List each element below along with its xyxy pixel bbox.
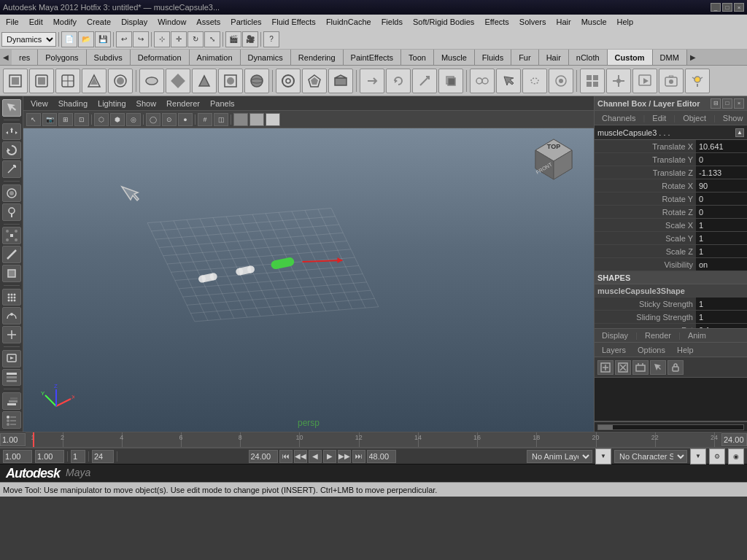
cb-btm-tab-display[interactable]: Display (597, 330, 632, 341)
cb-btm-tab-render[interactable]: Render (640, 330, 676, 341)
bb-step-back-button[interactable]: ◀◀ (294, 450, 307, 463)
menu-create[interactable]: Create (82, 16, 115, 28)
shelf-icon-4[interactable] (82, 69, 107, 93)
menu-file[interactable]: File (1, 16, 23, 28)
bb-anim-layer-select[interactable]: No Anim Layer (527, 450, 592, 463)
shelf-icon-3[interactable] (55, 69, 80, 93)
menu-effects[interactable]: Effects (480, 16, 513, 28)
bb-range-end-field[interactable] (92, 450, 114, 463)
menu-modify[interactable]: Modify (49, 16, 81, 28)
shelf-icon-rotate[interactable] (386, 69, 411, 93)
vp-hud-button[interactable]: ◫ (214, 113, 228, 126)
snap-curve-button[interactable] (2, 307, 21, 324)
outliner-button[interactable] (2, 411, 21, 429)
move-tool-button[interactable] (2, 123, 21, 141)
vp-menu-show[interactable]: Show (132, 98, 161, 109)
bb-play-forward-button[interactable]: ▶ (323, 450, 336, 463)
channel-box-button[interactable] (2, 369, 21, 386)
module-tab-toon[interactable]: Toon (401, 50, 434, 65)
vp-grid-button[interactable]: # (198, 113, 212, 126)
shelf-icon-select[interactable] (496, 69, 521, 93)
vp-lighting-off-button[interactable]: ◯ (146, 113, 160, 126)
layer-editor-button[interactable] (2, 392, 21, 410)
shelf-icon-render[interactable] (632, 69, 657, 93)
shelf-icon-9[interactable] (218, 69, 243, 93)
shelf-icon-paint[interactable] (549, 69, 573, 93)
bb-step-forward-button[interactable]: ▶▶ (338, 450, 351, 463)
bb-char-set-btn[interactable]: ▼ (690, 448, 706, 464)
shelf-icon-arrow[interactable] (360, 69, 384, 93)
timeline-start-field[interactable] (0, 433, 26, 446)
menu-help[interactable]: Help (613, 16, 638, 28)
shelf-icon-1[interactable] (3, 69, 28, 93)
rotate-button[interactable]: ↻ (187, 31, 204, 47)
cb-tab-object[interactable]: Object (678, 112, 711, 124)
vp-menu-panels[interactable]: Panels (206, 98, 239, 109)
menu-particles[interactable]: Particles (226, 16, 266, 28)
shelf-icon-2[interactable] (29, 69, 54, 93)
layer-assign-button[interactable] (632, 360, 649, 375)
shelf-icon-merge[interactable] (470, 69, 495, 93)
module-tab-hair[interactable]: Hair (539, 50, 569, 65)
layer-select-button[interactable] (650, 360, 666, 375)
help-button[interactable]: ? (263, 31, 279, 47)
layer-menu-help[interactable]: Help (673, 344, 698, 356)
vp-menu-renderer[interactable]: Renderer (162, 98, 204, 109)
cb-float-button[interactable]: □ (722, 98, 732, 109)
viewport-cube[interactable]: TOP FRONT (528, 136, 579, 187)
menu-solvers[interactable]: Solvers (515, 16, 551, 28)
layer-editor-scrollbar[interactable] (595, 421, 747, 432)
render-current-button[interactable]: 🎬 (225, 31, 241, 47)
module-tab-polygons[interactable]: Polygons (38, 50, 86, 65)
cb-btm-tab-anim[interactable]: Anim (684, 330, 711, 341)
scale-tool-button[interactable] (2, 160, 21, 178)
layer-menu-layers[interactable]: Layers (597, 344, 630, 356)
layer-delete-button[interactable] (615, 360, 631, 375)
bb-anim-end-field[interactable] (367, 450, 396, 463)
cb-tab-show[interactable]: Show (719, 112, 747, 124)
face-select-button[interactable] (2, 265, 21, 282)
shelf-icon-7[interactable] (166, 69, 190, 93)
edge-select-button[interactable] (2, 246, 21, 263)
shelf-icon-grid[interactable] (580, 69, 605, 93)
bb-anim-layer-btn[interactable]: ▼ (595, 448, 611, 464)
module-tabs-arrow-left[interactable]: ◀ (0, 50, 12, 66)
bb-char-set-select[interactable]: No Character Set (614, 450, 687, 463)
bb-go-end-button[interactable]: ⏭ (352, 450, 365, 463)
cb-tab-edit[interactable]: Edit (648, 112, 670, 124)
vp-lighting-all-button[interactable]: ● (178, 113, 193, 126)
ipr-render-button[interactable]: 🎥 (242, 31, 258, 47)
shelf-icon-scale[interactable] (412, 69, 437, 93)
module-tab-custom[interactable]: Custom (608, 50, 653, 65)
close-button[interactable]: × (734, 3, 744, 12)
minimize-button[interactable]: _ (711, 3, 721, 12)
shelf-icon-extrude[interactable] (438, 69, 463, 93)
scale-button[interactable]: ⤡ (204, 31, 220, 47)
redo-button[interactable]: ↪ (133, 31, 149, 47)
cb-detach-button[interactable]: ⊟ (711, 98, 721, 109)
menu-fluid-cache[interactable]: FluidnCache (322, 16, 376, 28)
vp-frame-all-button[interactable]: ⊞ (58, 113, 73, 126)
bb-current-time-field[interactable] (3, 450, 32, 463)
vp-menu-shading[interactable]: Shading (54, 98, 92, 109)
vp-xray-button[interactable]: ◎ (126, 113, 141, 126)
shelf-icon-torus[interactable] (276, 69, 301, 93)
bb-range-start-field[interactable] (35, 450, 64, 463)
layer-lock-button[interactable] (667, 360, 684, 375)
snap-point-button[interactable] (2, 326, 21, 343)
menu-fields[interactable]: Fields (377, 16, 407, 28)
module-tab-deformation[interactable]: Deformation (131, 50, 190, 65)
viewport[interactable]: View Shading Lighting Show Renderer Pane… (23, 96, 594, 432)
layer-new-button[interactable] (597, 360, 614, 375)
vp-wireframe-button[interactable]: ⬡ (94, 113, 109, 126)
module-tab-res[interactable]: res (12, 50, 38, 65)
vp-menu-lighting[interactable]: Lighting (93, 98, 131, 109)
module-tab-muscle[interactable]: Muscle (434, 50, 475, 65)
module-tab-fluids[interactable]: Fluids (475, 50, 511, 65)
shelf-icon-11[interactable] (302, 69, 327, 93)
module-tab-subdivs[interactable]: Subdivs (87, 50, 131, 65)
cb-scroll-up[interactable]: ▲ (735, 128, 744, 137)
menu-edit[interactable]: Edit (25, 16, 47, 28)
menu-muscle[interactable]: Muscle (577, 16, 611, 28)
shelf-icon-8[interactable] (192, 69, 217, 93)
